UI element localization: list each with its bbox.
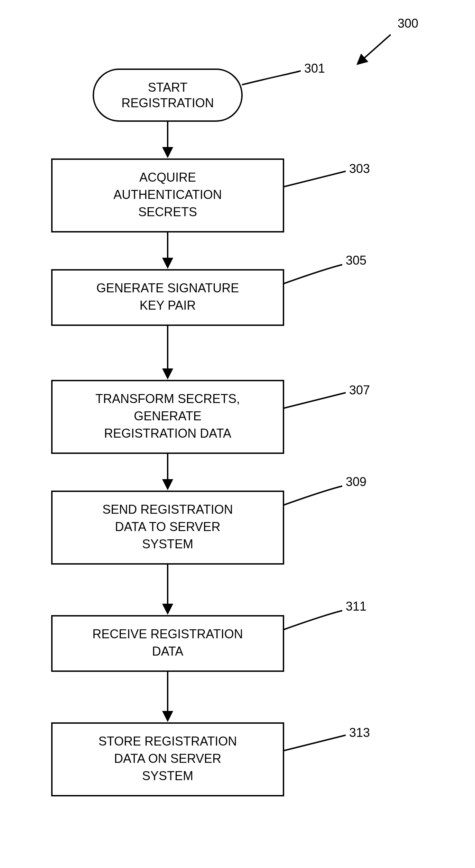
step-313-ref: 313 (349, 725, 370, 740)
leader-305 (283, 265, 342, 284)
start-text-1: START (148, 80, 188, 94)
leader-start (242, 71, 301, 85)
step-307-line-3: REGISTRATION DATA (104, 426, 231, 440)
step-313: STORE REGISTRATION DATA ON SERVER SYSTEM… (52, 723, 370, 796)
step-307-line-2: GENERATE (134, 409, 201, 423)
svg-rect-6 (52, 616, 283, 671)
svg-line-0 (360, 35, 391, 62)
start-text-2: REGISTRATION (121, 96, 214, 110)
step-311-line-1: RECEIVE REGISTRATION (92, 627, 243, 641)
step-303-line-1: ACQUIRE (139, 170, 196, 184)
step-303-line-2: AUTHENTICATION (113, 188, 222, 202)
step-307-line-1: TRANSFORM SECRETS, (95, 392, 240, 406)
step-303-line-3: SECRETS (138, 205, 197, 219)
step-309-line-2: DATA TO SERVER (115, 520, 221, 534)
step-311: RECEIVE REGISTRATION DATA 311 (52, 599, 366, 671)
svg-rect-3 (52, 270, 283, 325)
leader-311 (283, 611, 342, 630)
step-307-ref: 307 (349, 383, 370, 397)
leader-309 (283, 486, 342, 505)
step-309-line-3: SYSTEM (142, 537, 193, 551)
start-ref: 301 (304, 61, 325, 75)
step-303: ACQUIRE AUTHENTICATION SECRETS 303 (52, 159, 370, 232)
step-309: SEND REGISTRATION DATA TO SERVER SYSTEM … (52, 475, 366, 564)
step-303-ref: 303 (349, 162, 370, 176)
leader-313 (283, 735, 346, 751)
step-305-line-2: KEY PAIR (140, 298, 196, 312)
step-311-ref: 311 (346, 599, 366, 613)
step-305-line-1: GENERATE SIGNATURE (96, 281, 239, 295)
step-309-ref: 309 (346, 475, 366, 489)
diagram-ref: 300 (360, 16, 418, 62)
step-309-line-1: SEND REGISTRATION (102, 502, 233, 517)
step-311-line-2: DATA (152, 644, 184, 658)
step-305: GENERATE SIGNATURE KEY PAIR 305 (52, 253, 366, 325)
step-313-line-2: DATA ON SERVER (114, 751, 221, 766)
step-305-ref: 305 (346, 253, 366, 267)
leader-307 (283, 393, 346, 408)
step-313-line-1: STORE REGISTRATION (99, 734, 237, 748)
svg-rect-1 (93, 69, 242, 121)
step-307: TRANSFORM SECRETS, GENERATE REGISTRATION… (52, 381, 370, 453)
leader-303 (283, 171, 346, 187)
start-node: START REGISTRATION 301 (93, 61, 325, 121)
step-313-line-3: SYSTEM (142, 769, 193, 783)
flowchart: 300 START REGISTRATION 301 ACQUIRE AUTHE… (0, 0, 475, 868)
diagram-ref-label: 300 (398, 16, 418, 30)
